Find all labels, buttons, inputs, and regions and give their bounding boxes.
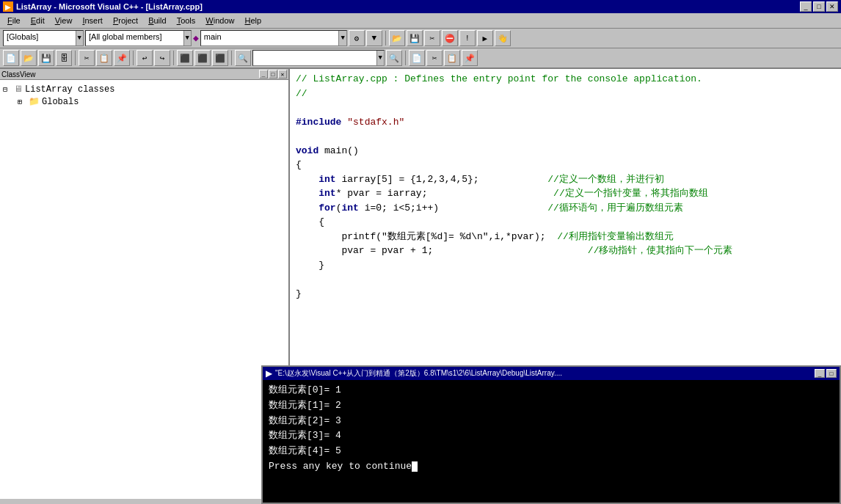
menu-bar: File Edit View Insert Project Build Tool…: [0, 13, 841, 29]
config-arrow-btn[interactable]: ▼: [366, 30, 382, 46]
members-combo[interactable]: [All global members] ▼: [85, 30, 192, 46]
code-line-blank2: [296, 129, 835, 144]
globals-combo[interactable]: [Globals] ▼: [3, 30, 84, 46]
menu-edit[interactable]: Edit: [26, 15, 49, 26]
find-value: [253, 51, 376, 65]
menu-view[interactable]: View: [51, 15, 77, 26]
file-btn[interactable]: 📄: [409, 50, 425, 66]
code-line-4: void main(): [296, 144, 835, 158]
menu-insert[interactable]: Insert: [78, 15, 107, 26]
toolbar-2: 📄 📂 💾 🗄 ✂ 📋 📌 ↩ ↪ ⬛ ⬛ ⬛ 🔍 ▼ 🔍 📄 ✂ 📋 📌: [0, 48, 841, 69]
save-btn[interactable]: 💾: [38, 50, 54, 66]
stop-btn[interactable]: ⛔: [442, 30, 458, 46]
code-line-5: {: [296, 158, 835, 172]
code-line-10: printf("数组元素[%d]= %d\n",i,*pvar); //利用指针…: [296, 230, 835, 244]
find-combo[interactable]: ▼: [252, 50, 385, 66]
code-line-11: pvar = pvar + 1; //移动指针，使其指向下一个元素: [296, 244, 835, 258]
sep5: [231, 51, 232, 65]
console-title-bar: ▶ "E:\赵永发\Visual C++从入门到精通（第2版）6.8\TM\s1…: [263, 367, 840, 380]
cursor: [412, 461, 418, 472]
window-controls: _ □ ✕: [800, 1, 838, 12]
class-panel: ClassView _ □ ✕ ⊟ 🖥 ListArray classes ⊞ …: [0, 69, 290, 499]
redo-btn[interactable]: ↪: [154, 50, 170, 66]
code-line-blank3: [296, 272, 835, 287]
hand-btn[interactable]: 👋: [495, 30, 511, 46]
sep2: [75, 51, 76, 65]
cut2-btn[interactable]: ✂: [79, 50, 95, 66]
sep6: [405, 51, 406, 65]
maximize-button[interactable]: □: [813, 1, 825, 12]
code-line-12: }: [296, 258, 835, 273]
paste-btn[interactable]: 📌: [114, 50, 130, 66]
tree-globals[interactable]: ⊞ 📁 Globals: [18, 95, 285, 108]
compile-btn[interactable]: ⬛: [177, 50, 193, 66]
code-line-8: for(int i=0; i<5;i++) //循环语句，用于遍历数组元素: [296, 201, 835, 216]
compile2-btn[interactable]: ⬛: [194, 50, 211, 66]
menu-tools[interactable]: Tools: [172, 15, 200, 26]
console-maximize[interactable]: □: [826, 369, 837, 378]
console-line-1: 数组元素[1]= 2: [269, 398, 834, 414]
members-arrow[interactable]: ▼: [183, 31, 191, 45]
globals-arrow[interactable]: ▼: [76, 31, 83, 45]
cut-btn[interactable]: ✂: [424, 30, 440, 46]
console-line-5: Press any key to continue: [269, 459, 834, 475]
tree-root-label: ListArray classes: [25, 84, 114, 95]
panel-maximize[interactable]: □: [269, 70, 277, 78]
save-all-btn[interactable]: 🗄: [56, 50, 72, 66]
console-window: ▶ "E:\赵永发\Visual C++从入门到精通（第2版）6.8\TM\s1…: [261, 365, 841, 504]
toolbar-1: [Globals] ▼ [All global members] ▼ ◆ mai…: [0, 29, 841, 48]
console-line-3: 数组元素[3]= 4: [269, 428, 834, 444]
file2-btn[interactable]: ✂: [426, 50, 443, 66]
panel-header: ClassView _ □ ✕: [0, 69, 288, 80]
console-line-2: 数组元素[2]= 3: [269, 414, 834, 429]
menu-help[interactable]: Help: [240, 15, 266, 26]
console-content: 数组元素[0]= 1 数组元素[1]= 2 数组元素[2]= 3 数组元素[3]…: [263, 380, 840, 478]
tree-globals-label: Globals: [42, 97, 79, 107]
open-workspace-btn[interactable]: 📂: [389, 30, 405, 46]
file3-btn[interactable]: 📋: [444, 50, 460, 66]
menu-window[interactable]: Window: [201, 15, 239, 26]
tree-folder-icon: 🖥: [14, 84, 23, 95]
run-btn[interactable]: ▶: [477, 30, 493, 46]
panel-close[interactable]: ✕: [278, 70, 287, 78]
window-title: ListArray - Microsoft Visual C++ - [List…: [16, 2, 797, 11]
code-line-13: }: [296, 287, 835, 302]
panel-title: ClassView: [1, 70, 36, 78]
console-controls: _ □: [815, 369, 837, 378]
tree-view: ⊟ 🖥 ListArray classes ⊞ 📁 Globals: [0, 80, 288, 499]
minimize-button[interactable]: _: [800, 1, 812, 12]
panel-minimize[interactable]: _: [259, 70, 268, 78]
new-btn[interactable]: 📄: [3, 50, 19, 66]
diamond-icon: ◆: [193, 32, 199, 44]
console-minimize[interactable]: _: [815, 369, 825, 378]
menu-file[interactable]: File: [3, 15, 25, 26]
copy-btn[interactable]: 📋: [96, 50, 112, 66]
code-line-7: int* pvar = iarray; //定义一个指针变量，将其指向数组: [296, 186, 835, 201]
code-line-1: // ListArray.cpp : Defines the entry poi…: [296, 72, 835, 87]
find-arrow[interactable]: ▼: [376, 51, 384, 65]
tree-root[interactable]: ⊟ 🖥 ListArray classes: [3, 83, 285, 95]
members-value: [All global members]: [86, 31, 183, 45]
code-line-6: int iarray[5] = {1,2,3,4,5}; //定义一个数组，并进…: [296, 172, 835, 187]
function-arrow[interactable]: ▼: [338, 31, 346, 45]
exclaim-btn[interactable]: !: [459, 30, 476, 46]
menu-build[interactable]: Build: [144, 15, 170, 26]
save-workspace-btn[interactable]: 💾: [407, 30, 423, 46]
function-value: main: [201, 31, 339, 45]
config-btn[interactable]: ⚙: [349, 30, 365, 46]
sep3: [133, 51, 134, 65]
find-next-btn[interactable]: 🔍: [386, 50, 402, 66]
undo-btn[interactable]: ↩: [136, 50, 153, 66]
close-button[interactable]: ✕: [826, 1, 838, 12]
title-bar: ▶ ListArray - Microsoft Visual C++ - [Li…: [0, 0, 841, 13]
build2-btn[interactable]: ⬛: [212, 50, 228, 66]
function-combo[interactable]: main ▼: [200, 30, 347, 46]
code-line-9: {: [296, 215, 835, 230]
tree-globals-icon: 📁: [29, 96, 40, 107]
file4-btn[interactable]: 📌: [462, 50, 478, 66]
tree-globals-expand: ⊞: [18, 98, 26, 106]
app-icon: ▶: [3, 1, 13, 12]
menu-project[interactable]: Project: [109, 15, 142, 26]
find-btn[interactable]: 🔍: [235, 50, 251, 66]
open-btn[interactable]: 📂: [21, 50, 37, 66]
